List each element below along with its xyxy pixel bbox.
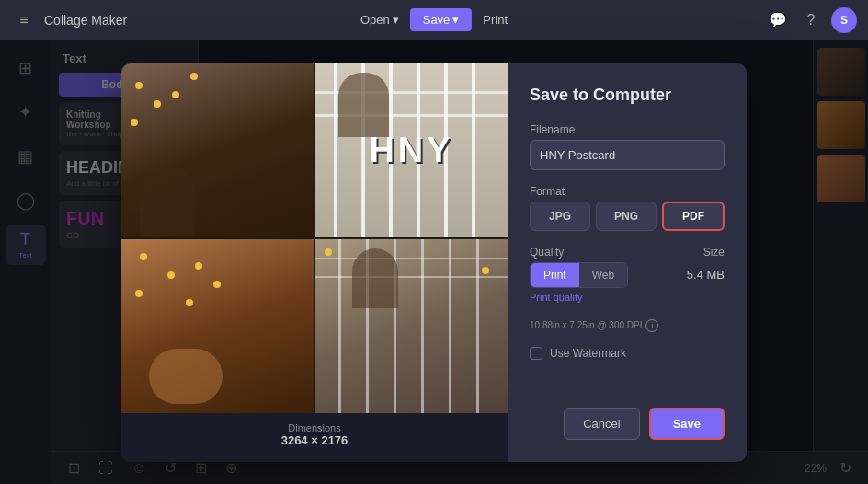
collage-bottom-right	[315, 239, 508, 413]
gold-dot	[325, 248, 332, 256]
avatar[interactable]: S	[831, 7, 857, 33]
save-button[interactable]: Save	[649, 408, 725, 440]
gold-dot	[135, 290, 143, 297]
format-label: Format	[530, 185, 725, 198]
chat-icon[interactable]: 💬	[765, 7, 791, 33]
gold-dot	[190, 73, 198, 80]
filename-label: Filename	[530, 123, 725, 136]
save-button[interactable]: Save ▾	[410, 8, 473, 31]
collage-preview: HNY	[121, 63, 508, 413]
topbar: ≡ Collage Maker Open ▾ Save ▾ Print 💬 ? …	[0, 0, 868, 40]
format-row: JPG PNG PDF	[530, 202, 725, 231]
format-jpg-button[interactable]: JPG	[530, 202, 590, 231]
gold-dot	[167, 271, 175, 279]
modal-footer: Cancel Save	[530, 408, 725, 440]
modal-overlay: HNY	[0, 40, 868, 484]
quality-web-button[interactable]: Web	[579, 263, 627, 287]
modal-preview: HNY	[121, 63, 508, 462]
quality-toggle: Print Web	[530, 262, 628, 288]
gold-dot	[172, 91, 179, 98]
collage-top-left	[121, 63, 314, 237]
print-button[interactable]: Print	[475, 9, 515, 30]
hny-title: HNY	[369, 131, 453, 170]
gold-dot	[482, 267, 489, 274]
preview-dimensions: Dimensions 3264 × 2176	[281, 422, 348, 447]
topbar-center: Open ▾ Save ▾ Print	[353, 8, 515, 31]
dpi-info-icon[interactable]: i	[645, 319, 658, 332]
gold-dot	[186, 299, 193, 306]
print-quality-link[interactable]: Print quality	[530, 292, 582, 303]
gold-dot	[135, 82, 143, 89]
gold-dot	[131, 119, 138, 126]
format-section: Format JPG PNG PDF	[530, 185, 725, 231]
topbar-right: 💬 ? S	[765, 7, 857, 33]
app-title: Collage Maker	[44, 13, 127, 28]
gold-dot	[213, 281, 221, 288]
size-section: Size 5.4 MB	[687, 246, 725, 282]
dimensions-label: Dimensions	[281, 422, 348, 433]
size-label: Size	[687, 246, 725, 259]
gold-dot	[154, 100, 161, 108]
format-png-button[interactable]: PNG	[596, 202, 657, 231]
menu-icon[interactable]: ≡	[11, 7, 37, 33]
watermark-row: Use Watermark	[530, 347, 725, 360]
watermark-label: Use Watermark	[550, 347, 626, 360]
watermark-checkbox[interactable]	[530, 347, 542, 360]
collage-bottom-left	[121, 239, 314, 413]
quality-size-row: Quality Print Web Print quality Size 5.4…	[530, 246, 725, 305]
gold-dot	[195, 262, 202, 270]
dimensions-value: 3264 × 2176	[281, 433, 348, 447]
help-icon[interactable]: ?	[798, 7, 824, 33]
cancel-button[interactable]: Cancel	[564, 408, 639, 440]
quality-print-button[interactable]: Print	[531, 263, 579, 287]
filename-input[interactable]	[530, 140, 725, 170]
size-value: 5.4 MB	[687, 268, 725, 282]
open-button[interactable]: Open ▾	[353, 9, 406, 30]
quality-label: Quality	[530, 246, 628, 259]
dialog-title: Save to Computer	[530, 86, 725, 105]
format-pdf-button[interactable]: PDF	[662, 202, 725, 231]
filename-section: Filename	[530, 123, 725, 170]
quality-section: Quality Print Web Print quality	[530, 246, 628, 305]
gold-dot	[140, 253, 147, 260]
modal-save-panel: Save to Computer Filename Format JPG PNG…	[508, 63, 747, 462]
dpi-info: 10.88in x 7.25in @ 300 DPI i	[530, 319, 725, 332]
collage-top-right: HNY	[315, 63, 508, 237]
save-dialog: HNY	[121, 63, 747, 462]
